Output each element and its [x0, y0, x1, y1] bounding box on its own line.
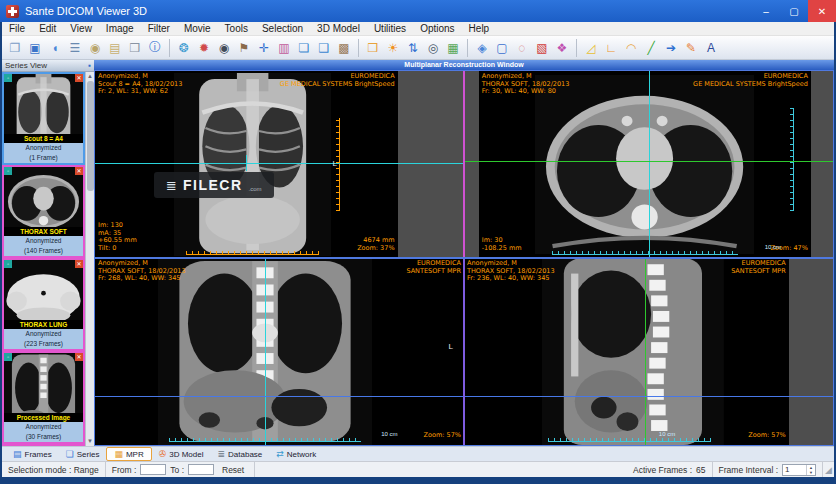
menu-3d-model[interactable]: 3D Model [310, 22, 367, 35]
palette-icon[interactable]: ❖ [552, 38, 572, 58]
menu-image[interactable]: Image [99, 22, 141, 35]
scroll-down-icon[interactable]: ▼ [87, 437, 93, 446]
arrow-tool-icon[interactable]: ➔ [661, 38, 681, 58]
ruler-icon[interactable]: ◿ [581, 38, 601, 58]
series-thumbnail-thorax-lung[interactable]: ◦ ✕ THORAX LUNG Anonymized (223 Frames) [2, 258, 85, 351]
tab-3d-model[interactable]: ✇ 3D Model [152, 447, 211, 462]
coronal-crosshair-vertical[interactable] [265, 258, 266, 445]
quadrant-divider-vertical-top[interactable] [463, 71, 465, 258]
menu-filter[interactable]: Filter [141, 22, 177, 35]
scout-viewport[interactable]: Anonymized, M Scout 8 = A4, 18/02/2013 F… [95, 71, 464, 258]
from-input[interactable] [140, 464, 166, 475]
brightness-icon[interactable]: ☀ [383, 38, 403, 58]
preview-icon[interactable]: ◈ [472, 38, 492, 58]
axial-overlay-topright: EUROMEDICA GE MEDICAL SYSTEMS BrightSpee… [693, 73, 808, 88]
pin-icon[interactable]: ⚑ [234, 38, 254, 58]
menu-tools[interactable]: Tools [218, 22, 255, 35]
thumb-badge-icon[interactable]: ◦ [4, 353, 12, 361]
fit-window-icon[interactable]: ❏ [294, 38, 314, 58]
region-select-icon[interactable]: ▧ [532, 38, 552, 58]
fullscreen-icon[interactable]: ❑ [314, 38, 334, 58]
axial-crosshair-vertical[interactable] [649, 71, 650, 258]
series-thumbnail-thorax-soft[interactable]: ◦ ✕ THORAX SOFT Anonymized (140 Frames) [2, 165, 85, 258]
globe-icon[interactable]: ❂ [174, 38, 194, 58]
coronal-crosshair-horizontal[interactable] [95, 396, 464, 397]
database-icon: ≣ [218, 449, 226, 459]
crosshair-icon[interactable]: ✛ [254, 38, 274, 58]
to-input[interactable] [188, 464, 214, 475]
tab-series[interactable]: ❏ Series [59, 447, 107, 462]
menu-options[interactable]: Options [413, 22, 461, 35]
menu-utilities[interactable]: Utilities [367, 22, 413, 35]
export-icon[interactable]: ◖ [45, 38, 65, 58]
coronal-thumb-image: ◦ ✕ [4, 353, 83, 413]
line-tool-icon[interactable]: ╱ [641, 38, 661, 58]
save-icon[interactable]: ▣ [25, 38, 45, 58]
reset-button[interactable]: Reset [218, 465, 248, 475]
sagittal-viewport[interactable]: Anonymized, M THORAX SOFT, 18/02/2013 Fr… [464, 258, 833, 445]
eye-icon[interactable]: ◉ [214, 38, 234, 58]
thumb-close-icon[interactable]: ✕ [75, 353, 83, 361]
folder-icon[interactable]: ❒ [363, 38, 383, 58]
thumb-badge-icon[interactable]: ◦ [4, 260, 12, 268]
quadrant-divider-vertical-bottom[interactable] [463, 258, 465, 445]
thumb-close-icon[interactable]: ✕ [75, 167, 83, 175]
angle-icon[interactable]: ∟ [601, 38, 621, 58]
levels-icon[interactable]: ▥ [274, 38, 294, 58]
tab-mpr[interactable]: ▦ MPR [106, 447, 151, 461]
menu-selection[interactable]: Selection [255, 22, 310, 35]
sidebar-menu-icon[interactable]: ▪ [88, 61, 91, 70]
texture-icon[interactable]: ▩ [334, 38, 354, 58]
clipboard-icon[interactable]: ▤ [105, 38, 125, 58]
tab-database[interactable]: ≣ Database [211, 447, 270, 462]
pencil-icon[interactable]: ✎ [681, 38, 701, 58]
frame-interval-spinner[interactable]: 1 ▲▼ [782, 464, 816, 476]
thumb-badge-icon[interactable]: ◦ [4, 74, 12, 82]
scrollbar-thumb[interactable] [87, 81, 94, 191]
thumb-close-icon[interactable]: ✕ [75, 74, 83, 82]
tab-network[interactable]: ⇄ Network [269, 447, 323, 462]
series-thumbnail-processed[interactable]: ◦ ✕ Processed Image Anonymized (30 Frame… [2, 351, 85, 444]
window-title: Sante DICOM Viewer 3D [25, 5, 147, 17]
zoom-tool-icon[interactable]: ◎ [423, 38, 443, 58]
sidebar-scrollbar[interactable]: ▲ ▼ [85, 72, 94, 446]
mpr-window-title[interactable]: Multiplanar Reconstruction Window [94, 60, 834, 70]
axial-viewport[interactable]: Anonymized, M THORAX SOFT, 18/02/2013 Fr… [464, 71, 833, 258]
thumb-close-icon[interactable]: ✕ [75, 260, 83, 268]
menu-edit[interactable]: Edit [32, 22, 63, 35]
sagittal-ruler [548, 438, 710, 442]
close-button[interactable]: ✕ [808, 0, 836, 22]
scout-crosshair-tick[interactable] [246, 155, 247, 171]
minimize-button[interactable]: – [752, 0, 780, 22]
info-icon[interactable]: ⓘ [145, 38, 165, 58]
quadrant-divider-horizontal[interactable] [95, 257, 833, 259]
scout-crosshair-horizontal[interactable] [95, 163, 464, 164]
sagittal-crosshair-vertical[interactable] [645, 258, 646, 445]
ellipse-select-icon[interactable]: ◌ [512, 38, 532, 58]
menu-help[interactable]: Help [462, 22, 497, 35]
menu-movie[interactable]: Movie [177, 22, 218, 35]
axial-crosshair-horizontal[interactable] [464, 161, 833, 162]
globe-tools-icon[interactable]: ✹ [194, 38, 214, 58]
menu-file[interactable]: File [2, 22, 32, 35]
layout-icon[interactable]: ☰ [65, 38, 85, 58]
tab-frames[interactable]: ▤ Frames [6, 447, 59, 462]
thumb-badge-icon[interactable]: ◦ [4, 167, 12, 175]
print-icon[interactable]: ❒ [125, 38, 145, 58]
scroll-up-icon[interactable]: ▲ [87, 72, 93, 81]
menu-view[interactable]: View [63, 22, 99, 35]
swap-icon[interactable]: ⇅ [403, 38, 423, 58]
coronal-viewport[interactable]: Anonymized, M THORAX SOFT, 18/02/2013 Fr… [95, 258, 464, 445]
sagittal-crosshair-horizontal[interactable] [464, 396, 833, 397]
toolbar: ❐▣◖☰◉▤❒ⓘ ❂✹◉⚑✛▥❏❑▩ ❒☀⇅◎▦ ◈▢◌▧❖ ◿∟◠╱➔✎A [2, 36, 834, 60]
spinner-arrows-icon[interactable]: ▲▼ [806, 465, 815, 475]
rect-select-icon[interactable]: ▢ [492, 38, 512, 58]
maximize-button[interactable]: ▢ [780, 0, 808, 22]
series-thumbnail-scout[interactable]: ◦ ✕ Scout 8 = A4 Anonymized (1 Frame) [2, 72, 85, 165]
text-tool-icon[interactable]: A [701, 38, 721, 58]
protractor-icon[interactable]: ◠ [621, 38, 641, 58]
image-icon[interactable]: ▦ [443, 38, 463, 58]
cd-burn-icon[interactable]: ◉ [85, 38, 105, 58]
axial-lung-thumb-image: ◦ ✕ [4, 260, 83, 320]
open-icon[interactable]: ❐ [5, 38, 25, 58]
